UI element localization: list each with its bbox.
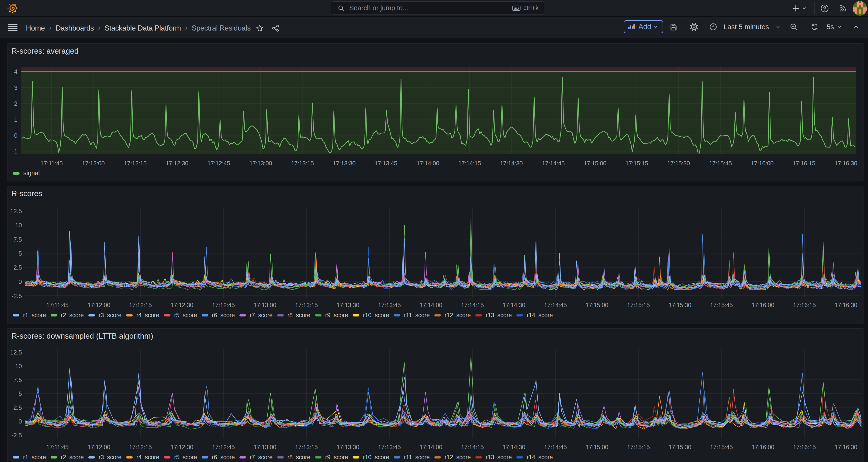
svg-text:17:15:00: 17:15:00 — [585, 443, 608, 451]
svg-text:17:14:15: 17:14:15 — [461, 443, 484, 451]
svg-text:2.5: 2.5 — [13, 404, 22, 411]
svg-text:17:15:45: 17:15:45 — [710, 443, 733, 451]
svg-text:0: 0 — [19, 418, 22, 425]
svg-text:7.5: 7.5 — [13, 376, 22, 383]
svg-text:17:15:30: 17:15:30 — [669, 443, 691, 451]
svg-text:10: 10 — [15, 363, 22, 370]
svg-text:17:12:45: 17:12:45 — [212, 443, 235, 451]
svg-text:17:14:00: 17:14:00 — [420, 443, 442, 451]
svg-text:17:16:30: 17:16:30 — [834, 443, 857, 451]
svg-text:17:13:00: 17:13:00 — [253, 443, 276, 451]
svg-text:17:13:15: 17:13:15 — [295, 443, 317, 451]
svg-text:17:12:00: 17:12:00 — [87, 443, 110, 451]
svg-text:17:12:15: 17:12:15 — [129, 443, 152, 451]
svg-text:5: 5 — [19, 390, 22, 397]
svg-text:17:11:45: 17:11:45 — [46, 443, 68, 451]
svg-text:17:15:15: 17:15:15 — [627, 443, 650, 451]
svg-text:-2.5: -2.5 — [11, 432, 22, 439]
svg-text:17:16:00: 17:16:00 — [751, 443, 774, 451]
svg-text:12.5: 12.5 — [10, 349, 22, 356]
svg-text:17:12:30: 17:12:30 — [170, 443, 193, 451]
svg-text:17:16:15: 17:16:15 — [793, 443, 815, 451]
svg-text:17:14:45: 17:14:45 — [544, 443, 566, 451]
svg-text:17:14:30: 17:14:30 — [502, 443, 525, 451]
svg-text:17:13:30: 17:13:30 — [336, 443, 359, 451]
svg-text:17:13:45: 17:13:45 — [378, 443, 401, 451]
